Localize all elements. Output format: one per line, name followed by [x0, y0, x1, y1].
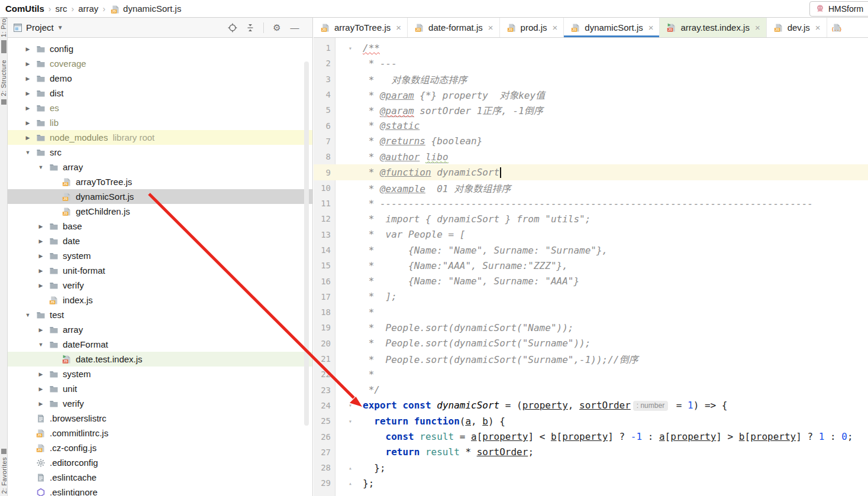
close-tab-icon[interactable]: × [553, 22, 558, 33]
code-line-8[interactable]: 8 * @author libo [314, 149, 868, 164]
chevron-collapsed-icon[interactable]: ▶ [36, 238, 46, 244]
code-line-12[interactable]: 12 * import { dynamicSort } from "utils"… [314, 211, 868, 226]
tree-item-demo[interactable]: ▶demo [8, 71, 313, 86]
close-tab-icon[interactable]: × [488, 22, 493, 33]
code-line-11[interactable]: 11 * -----------------------------------… [314, 196, 868, 211]
tree-item-unit[interactable]: ▶unit [8, 381, 313, 396]
code-line-17[interactable]: 17 * ]; [314, 289, 868, 304]
chevron-collapsed-icon[interactable]: ▶ [36, 386, 46, 392]
code-editor[interactable]: 1▾/**2 * ---3 * 对象数组动态排序4 * @param {*} p… [314, 38, 868, 496]
hide-panel-icon[interactable]: — [290, 23, 299, 33]
chevron-collapsed-icon[interactable]: ▶ [36, 253, 46, 259]
chevron-collapsed-icon[interactable]: ▶ [23, 90, 33, 96]
tree-item-index.js[interactable]: JSindex.js [8, 293, 313, 307]
tree-item-array[interactable]: ▼array [8, 160, 313, 174]
code-line-5[interactable]: 5 * @param sortOrder 1正序, -1倒序 [314, 102, 868, 118]
chevron-collapsed-icon[interactable]: ▶ [23, 120, 33, 126]
close-tab-icon[interactable]: × [648, 22, 654, 33]
tree-item-.browserslistrc[interactable]: .browserslistrc [8, 411, 313, 426]
tree-item-config[interactable]: ▶config [8, 41, 313, 56]
tree-item-node_modules[interactable]: ▶node_moduleslibrary root [8, 130, 313, 145]
code-line-13[interactable]: 13 * var People = [ [314, 227, 868, 242]
tab-array.test.index.js[interactable]: JSarray.test.index.js× [660, 18, 766, 37]
tab-prod.js[interactable]: JSprod.js× [500, 18, 564, 37]
code-line-16[interactable]: 16 * {Name: "Name", Surname: "AAA"} [314, 273, 868, 288]
tree-item-dist[interactable]: ▶dist [8, 86, 313, 101]
tree-item-lib[interactable]: ▶lib [8, 115, 313, 130]
tree-item-src[interactable]: ▼src [8, 145, 313, 160]
tree-item-verify[interactable]: ▶verify [8, 396, 313, 411]
stripe-favorites-button[interactable]: 2: Favorites [0, 446, 8, 494]
tree-item-getChildren.js[interactable]: JSgetChildren.js [8, 204, 313, 219]
locate-file-icon[interactable] [228, 23, 237, 33]
tree-item-date.test.index.js[interactable]: JSdate.test.index.js [8, 352, 313, 367]
chevron-expanded-icon[interactable]: ▼ [36, 342, 46, 348]
tree-item-es[interactable]: ▶es [8, 101, 313, 115]
chevron-collapsed-icon[interactable]: ▶ [36, 268, 46, 274]
collapse-all-icon[interactable] [246, 23, 255, 33]
code-line-6[interactable]: 6 * @static [314, 118, 868, 133]
tree-item-.commitlintrc.js[interactable]: JS.commitlintrc.js [8, 426, 313, 440]
settings-gear-icon[interactable]: ⚙ [272, 23, 282, 33]
tab-date-format.js[interactable]: JSdate-format.js× [408, 18, 499, 37]
tree-item-arrayToTree.js[interactable]: JSarrayToTree.js [8, 174, 313, 189]
code-line-2[interactable]: 2 * --- [314, 56, 868, 71]
tab-arrayToTree.js[interactable]: JSarrayToTree.js× [314, 18, 408, 37]
code-line-18[interactable]: 18 * [314, 304, 868, 320]
close-tab-icon[interactable]: × [815, 22, 821, 33]
fold-marker-icon[interactable]: ▴ [335, 465, 363, 471]
code-line-7[interactable]: 7 * @returns {boolean} [314, 134, 868, 149]
breadcrumb-array[interactable]: array [78, 4, 98, 14]
code-line-20[interactable]: 20 * People.sort(dynamicSort("Surname"))… [314, 336, 868, 351]
code-line-15[interactable]: 15 * {Name:"AAA", Surname:"ZZZ"}, [314, 258, 868, 273]
stripe-project-button[interactable]: 1: Proje [0, 18, 7, 56]
tree-item-.editorconfig[interactable]: .editorconfig [8, 455, 313, 470]
code-line-10[interactable]: 10 * @example 01 对象数组排序 [314, 180, 868, 196]
tree-item-date[interactable]: ▶date [8, 234, 313, 248]
tree-item-system[interactable]: ▶system [8, 367, 313, 381]
chevron-collapsed-icon[interactable]: ▶ [36, 283, 46, 288]
tree-item-system[interactable]: ▶system [8, 248, 313, 263]
code-line-21[interactable]: 21 * People.sort(dynamicSort("Surname",-… [314, 351, 868, 367]
breadcrumb-project[interactable]: ComUtils [5, 4, 44, 14]
code-line-9[interactable]: 9 * @function dynamicSort [314, 164, 868, 180]
tab-dynamicSort.js[interactable]: JSdynamicSort.js× [564, 18, 660, 37]
fold-marker-icon[interactable]: ▴ [335, 480, 363, 487]
code-line-26[interactable]: 26 const result = a[property] < b[proper… [314, 429, 868, 444]
fold-marker-icon[interactable]: ▾ [335, 418, 363, 424]
fold-marker-icon[interactable]: ▾ [335, 402, 363, 409]
code-line-19[interactable]: 19 * People.sort(dynamicSort("Name")); [314, 320, 868, 335]
tree-item-.cz-config.js[interactable]: JS.cz-config.js [8, 440, 313, 455]
tree-item-test[interactable]: ▼test [8, 307, 313, 322]
tree-item-base[interactable]: ▶base [8, 219, 313, 234]
code-line-1[interactable]: 1▾/** [314, 40, 868, 56]
code-line-28[interactable]: 28▴ }; [314, 460, 868, 475]
chevron-collapsed-icon[interactable]: ▶ [23, 105, 33, 111]
chevron-expanded-icon[interactable]: ▼ [23, 312, 33, 318]
code-line-3[interactable]: 3 * 对象数组动态排序 [314, 72, 868, 87]
breadcrumb-file[interactable]: dynamicSort.js [123, 4, 181, 14]
tree-item-.eslintignore[interactable]: .eslintignore [8, 485, 313, 496]
code-line-29[interactable]: 29▴}; [314, 475, 868, 491]
breadcrumb-src[interactable]: src [56, 4, 67, 14]
chevron-expanded-icon[interactable]: ▼ [23, 150, 33, 155]
chevron-collapsed-icon[interactable]: ▶ [23, 46, 33, 52]
tree-item-.eslintcache[interactable]: .eslintcache [8, 470, 313, 485]
close-tab-icon[interactable]: × [755, 22, 760, 33]
stripe-structure-button[interactable]: 2: Structure [0, 60, 7, 108]
code-line-27[interactable]: 27 return result * sortOrder; [314, 445, 868, 460]
chevron-collapsed-icon[interactable]: ▶ [23, 135, 33, 141]
fold-marker-icon[interactable]: ▾ [335, 45, 363, 51]
chevron-collapsed-icon[interactable]: ▶ [36, 401, 46, 407]
close-tab-icon[interactable]: × [396, 22, 401, 33]
tree-item-dynamicSort.js[interactable]: JSdynamicSort.js [8, 189, 313, 204]
code-line-25[interactable]: 25▾ return function(a, b) { [314, 413, 868, 429]
code-line-23[interactable]: 23 */ [314, 382, 868, 398]
project-panel-title[interactable]: Project [26, 22, 54, 33]
chevron-collapsed-icon[interactable]: ▶ [36, 223, 46, 229]
tab-partial[interactable]: {..} [827, 18, 843, 37]
code-line-4[interactable]: 4 * @param {*} property 对象key值 [314, 87, 868, 102]
chevron-collapsed-icon[interactable]: ▶ [36, 327, 46, 333]
project-tree-scrollbar[interactable] [304, 61, 309, 426]
tree-item-dateFormat[interactable]: ▼dateFormat [8, 337, 313, 352]
